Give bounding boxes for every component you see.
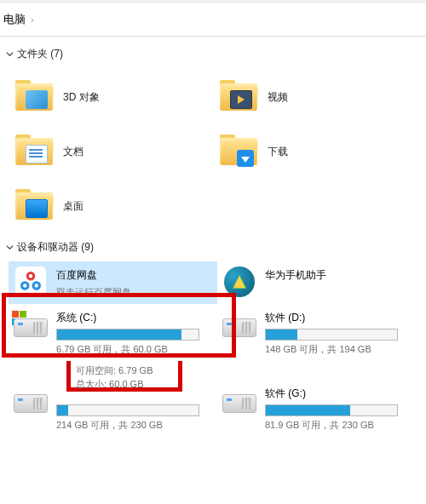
folder-label: 视频 <box>268 90 288 105</box>
chevron-down-icon <box>5 243 14 252</box>
app-title: 华为手机助手 <box>265 268 421 283</box>
hdd-icon <box>222 309 256 340</box>
drives-section-header[interactable]: 设备和驱动器 (9) <box>0 237 426 258</box>
svg-point-2 <box>33 283 40 289</box>
drive-title: 软件 (D:) <box>265 311 421 325</box>
capacity-bar <box>265 329 398 341</box>
folder-label: 下载 <box>268 145 288 159</box>
capacity-bar <box>56 329 199 341</box>
chevron-down-icon <box>5 50 14 59</box>
capacity-bar <box>265 404 398 416</box>
svg-point-1 <box>22 283 29 289</box>
film-icon <box>230 90 252 109</box>
folder-downloads[interactable]: 下载 <box>213 124 417 179</box>
cube-icon <box>26 90 48 109</box>
svg-point-0 <box>27 273 34 280</box>
app-huawei-assistant[interactable]: 华为手机助手 <box>217 261 426 304</box>
drive-f[interactable]: 本地磁盘 (F:) 214 GB 可用，共 230 GB <box>9 380 217 437</box>
baidu-icon <box>14 266 48 297</box>
drive-c[interactable]: 系统 (C:) 6.79 GB 可用，共 60.0 GB <box>9 304 217 361</box>
folder-documents[interactable]: 文档 <box>9 124 213 179</box>
app-baidu-netdisk[interactable]: 百度网盘 双击运行百度网盘 <box>9 261 217 304</box>
document-icon <box>26 145 48 163</box>
hdd-icon <box>14 309 48 340</box>
folder-3d-objects[interactable]: 3D 对象 <box>9 70 213 124</box>
chevron-right-icon: › <box>31 14 34 25</box>
folders-header-label: 文件夹 (7) <box>17 47 63 61</box>
breadcrumb[interactable]: 电脑 › <box>0 3 426 32</box>
folder-label: 3D 对象 <box>63 90 100 105</box>
drive-status: 81.9 GB 可用，共 230 GB <box>265 419 421 432</box>
folder-desktop[interactable]: 桌面 <box>9 179 213 233</box>
drive-status: 6.79 GB 可用，共 60.0 GB <box>56 343 212 356</box>
folder-icon <box>14 133 55 170</box>
folder-icon <box>14 78 55 116</box>
drives-grid: 百度网盘 双击运行百度网盘 华为手机助手 系统 (C <box>0 258 426 437</box>
folder-label: 文档 <box>63 145 83 159</box>
huawei-icon <box>222 266 256 297</box>
drive-g[interactable]: 软件 (G:) 81.9 GB 可用，共 230 GB <box>217 380 426 437</box>
app-title: 百度网盘 <box>56 268 212 283</box>
drive-status: 214 GB 可用，共 230 GB <box>56 419 212 432</box>
drive-status: 148 GB 可用，共 194 GB <box>265 343 421 356</box>
desktop-icon <box>26 199 48 218</box>
drive-title: 软件 (G:) <box>265 387 421 401</box>
breadcrumb-location[interactable]: 电脑 <box>3 12 26 27</box>
folder-videos[interactable]: 视频 <box>213 70 417 124</box>
drive-d[interactable]: 软件 (D:) 148 GB 可用，共 194 GB <box>217 304 426 361</box>
folders-grid: 3D 对象 视频 文档 下载 桌面 <box>0 65 426 237</box>
download-arrow-icon <box>237 150 254 167</box>
app-subtitle: 双击运行百度网盘 <box>56 286 212 299</box>
folder-icon <box>14 187 55 225</box>
folder-icon <box>218 78 259 116</box>
hdd-icon <box>222 385 256 415</box>
hdd-icon <box>14 385 48 415</box>
folder-icon <box>218 133 259 170</box>
drive-title: 系统 (C:) <box>56 311 212 325</box>
drives-header-label: 设备和驱动器 (9) <box>17 240 94 255</box>
folders-section-header[interactable]: 文件夹 (7) <box>0 43 426 65</box>
folder-label: 桌面 <box>63 199 83 214</box>
capacity-bar <box>56 404 199 416</box>
divider <box>0 36 426 37</box>
